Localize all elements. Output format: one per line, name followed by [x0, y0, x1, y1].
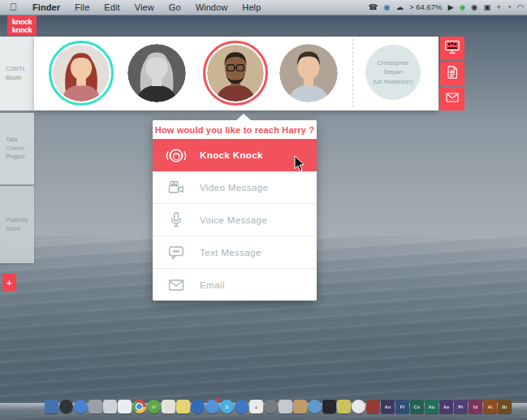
- dock-icon-adobe-br[interactable]: Br: [498, 400, 512, 414]
- option-label: Video Message: [200, 183, 268, 193]
- dock-icon-mail[interactable]: [103, 400, 117, 414]
- dock-icon-adobe-id[interactable]: Id: [469, 400, 482, 414]
- status-icons: ☎◉☁> 64.67%▶◆◉▣+◔◠: [368, 3, 527, 11]
- clock-icon[interactable]: ◔: [507, 3, 512, 11]
- pending-name-1: Christopher: [378, 58, 409, 67]
- dashed-divider: [352, 39, 353, 107]
- popup-arrow: [236, 114, 251, 120]
- add-project-button[interactable]: +: [2, 274, 16, 291]
- dock-icon-adobe-fl[interactable]: Fl: [395, 400, 409, 414]
- option-label: Email: [200, 280, 225, 290]
- option-knock-knock[interactable]: Knock Knock: [153, 139, 317, 171]
- sidebar-project-publicity-stunt[interactable]: Publicity Stunt: [0, 186, 34, 263]
- video-camera-icon: [153, 178, 200, 197]
- dock-icon-finder[interactable]: [45, 400, 58, 414]
- project-label: Publicity Stunt: [6, 216, 31, 233]
- dock-icon-chrome[interactable]: [132, 400, 146, 414]
- project-label: C2MTL Booth: [6, 65, 31, 82]
- dock-icon-automator[interactable]: [337, 400, 351, 414]
- apple-icon[interactable]: : [10, 2, 17, 12]
- menu-file[interactable]: File: [75, 2, 89, 12]
- dock-icon-adobe-pr[interactable]: Pr: [454, 400, 468, 414]
- logo-line-2: knock: [12, 26, 32, 34]
- document-button[interactable]: [440, 62, 464, 85]
- microphone-icon: [153, 210, 200, 230]
- project-label: Tata Comm. Project: [6, 136, 31, 162]
- menu-edit[interactable]: Edit: [104, 2, 119, 12]
- dock-icon-settings[interactable]: [264, 400, 278, 414]
- dock-icon-vlc[interactable]: ▲: [249, 400, 263, 414]
- dock-icon-app-blue[interactable]: [308, 400, 322, 414]
- knock-fist-icon: [153, 145, 200, 166]
- dock-icon-preview[interactable]: [89, 400, 102, 414]
- eye-icon[interactable]: ◉: [471, 3, 477, 11]
- menu-bar:  FinderFileEditViewGoWindowHelp ☎◉☁> 64…: [0, 0, 527, 15]
- mail-button[interactable]: [440, 87, 464, 110]
- dock-icon-safari[interactable]: [74, 400, 88, 414]
- dock-icon-app-red[interactable]: [366, 400, 380, 414]
- menu-go[interactable]: Go: [169, 2, 181, 12]
- globe-icon[interactable]: ◉: [383, 3, 390, 11]
- pending-role: (Ux freelancer): [373, 77, 413, 86]
- chat-bubble-icon: [153, 243, 200, 262]
- knockknock-logo[interactable]: knock knock: [7, 15, 37, 36]
- sidebar-project-tata-comm[interactable]: Tata Comm. Project: [0, 113, 34, 184]
- menu-items: FinderFileEditViewGoWindowHelp: [25, 2, 268, 12]
- battery-percent-icon[interactable]: > 64.67%: [409, 3, 442, 11]
- avatar-member-1[interactable]: [49, 41, 114, 106]
- reach-popup: How would you like to reach Harry ? Knoc…: [153, 120, 317, 301]
- dock-icon-app-tan[interactable]: [293, 400, 307, 414]
- option-label: Voice Message: [200, 215, 267, 225]
- dock-icon-skype[interactable]: S: [220, 400, 234, 414]
- option-text-message[interactable]: Text Message: [153, 236, 317, 268]
- pointer-icon[interactable]: ▶: [447, 3, 453, 11]
- menu-view[interactable]: View: [135, 2, 154, 12]
- avatar-member-2[interactable]: [127, 44, 186, 102]
- dock-icon-utorrent[interactable]: U: [147, 400, 161, 414]
- dock-icon-appstore[interactable]: [191, 400, 205, 414]
- dock-icon-app-white[interactable]: [352, 400, 365, 414]
- menu-finder[interactable]: Finder: [32, 2, 60, 12]
- dock-icon-app-gray[interactable]: [279, 400, 292, 414]
- avatar-member-3-harry[interactable]: [203, 41, 268, 106]
- video-conference-icon: [443, 38, 461, 59]
- dock-icon-stickies[interactable]: [176, 400, 190, 414]
- envelope-icon: [153, 275, 200, 295]
- dock-icon-adobe-co[interactable]: Co: [410, 400, 424, 414]
- cloud-icon[interactable]: ☁: [396, 3, 404, 11]
- option-email[interactable]: Email: [153, 268, 317, 301]
- option-video-message[interactable]: Video Message: [153, 171, 317, 203]
- option-label: Knock Knock: [200, 150, 263, 160]
- popup-title: How would you like to reach Harry ?: [153, 120, 317, 139]
- option-voice-message[interactable]: Voice Message: [153, 203, 317, 236]
- display-icon[interactable]: ▣: [483, 3, 490, 11]
- sidebar-project-c2mtl-booth[interactable]: C2MTL Booth: [0, 37, 34, 110]
- document-icon: [444, 64, 460, 84]
- dock-icon-adobe-au[interactable]: Au: [425, 400, 438, 414]
- wifi-icon[interactable]: ◠: [517, 3, 524, 11]
- pending-name-2: Stepan: [383, 67, 403, 76]
- dock-icon-app-black[interactable]: [322, 400, 336, 414]
- dock: US▲AnFlCoAuAePrIdAiBr: [45, 400, 512, 414]
- dock-icon-app-dark[interactable]: [59, 400, 73, 414]
- menu-window[interactable]: Window: [196, 2, 228, 12]
- dock-icon-textedit[interactable]: [162, 400, 175, 414]
- mouse-cursor: [294, 155, 306, 175]
- phone-icon[interactable]: ☎: [368, 3, 378, 11]
- dock-icon-browser2[interactable]: [235, 400, 248, 414]
- plus-icon: +: [6, 278, 11, 288]
- desktop:  FinderFileEditViewGoWindowHelp ☎◉☁> 64…: [0, 0, 527, 420]
- leaf-icon[interactable]: ◆: [460, 3, 465, 11]
- dock-icon-adobe-ae[interactable]: Ae: [439, 400, 453, 414]
- avatar-member-4[interactable]: [279, 44, 338, 102]
- envelope-icon: [444, 89, 460, 109]
- move-icon[interactable]: +: [496, 3, 501, 11]
- pending-member-circle[interactable]: Christopher Stepan (Ux freelancer): [365, 45, 421, 100]
- dock-icon-adobe-an[interactable]: An: [381, 400, 395, 414]
- video-call-button[interactable]: [440, 37, 464, 60]
- option-label: Text Message: [200, 248, 261, 258]
- dock-icon-messages[interactable]: [205, 400, 219, 414]
- menu-help[interactable]: Help: [242, 2, 261, 12]
- dock-icon-adobe-ai[interactable]: Ai: [483, 400, 497, 414]
- dock-icon-calendar[interactable]: [118, 400, 132, 414]
